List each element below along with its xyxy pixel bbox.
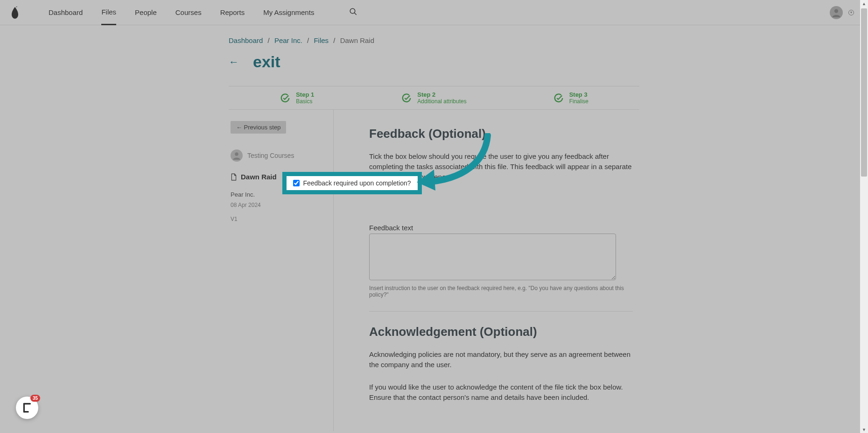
top-nav: Dashboard Files People Courses Reports M… bbox=[0, 0, 868, 25]
breadcrumb-files[interactable]: Files bbox=[314, 36, 329, 44]
brand-logo-icon bbox=[9, 6, 21, 19]
chevron-down-icon: ▾ bbox=[848, 10, 854, 15]
feedback-required-checkbox[interactable] bbox=[293, 180, 300, 186]
file-icon bbox=[231, 173, 237, 181]
breadcrumb-current: Dawn Raid bbox=[340, 36, 374, 44]
title-row: ← exit bbox=[229, 53, 639, 71]
check-circle-icon bbox=[553, 93, 564, 103]
step-2-title: Step 2 bbox=[417, 91, 466, 98]
step-wizard: Step 1 Basics Step 2 Additional attribut… bbox=[229, 86, 639, 110]
svg-point-2 bbox=[834, 9, 838, 13]
ack-paragraph-2: If you would like the user to acknowledg… bbox=[369, 382, 633, 403]
feedback-heading: Feedback (Optional) bbox=[369, 127, 633, 141]
scroll-up-icon[interactable]: ▲ bbox=[861, 1, 867, 6]
step-3[interactable]: Step 3 Finalise bbox=[503, 86, 639, 109]
scrollbar[interactable]: ▲ ▼ bbox=[860, 0, 868, 433]
svg-point-3 bbox=[235, 152, 238, 156]
feedback-helper-text: Insert instruction to the user on the fe… bbox=[369, 285, 633, 298]
help-widget-button[interactable]: 35 bbox=[16, 397, 38, 419]
ack-paragraph-1: Acknowledging policies are not mandatory… bbox=[369, 349, 633, 370]
feedback-textarea[interactable] bbox=[369, 234, 616, 280]
feedback-required-label[interactable]: Feedback required upon completion? bbox=[303, 179, 411, 187]
feedback-checkbox-highlight: Feedback required upon completion? bbox=[282, 172, 422, 194]
step-3-sub: Finalise bbox=[569, 98, 588, 105]
breadcrumb-company[interactable]: Pear Inc. bbox=[274, 36, 302, 44]
step-2[interactable]: Step 2 Additional attributes bbox=[365, 86, 502, 109]
author-name: Testing Courses bbox=[247, 152, 294, 159]
check-circle-icon bbox=[280, 93, 290, 103]
scrollbar-thumb[interactable] bbox=[861, 8, 867, 177]
file-name: Dawn Raid bbox=[241, 173, 277, 181]
svg-line-1 bbox=[355, 13, 357, 15]
left-sidebar: ← Previous step Testing Courses Dawn Rai… bbox=[229, 110, 334, 431]
file-date: 08 Apr 2024 bbox=[231, 202, 328, 208]
breadcrumb-dashboard[interactable]: Dashboard bbox=[229, 36, 263, 44]
user-menu[interactable]: ▾ bbox=[830, 6, 859, 19]
widget-count-badge: 35 bbox=[30, 395, 40, 402]
nav-my-assignments[interactable]: My Assignments bbox=[263, 0, 314, 24]
step-1-sub: Basics bbox=[296, 98, 314, 105]
feedback-text-label: Feedback text bbox=[369, 224, 633, 232]
page-title: exit bbox=[253, 53, 280, 71]
author-row: Testing Courses bbox=[231, 149, 328, 162]
user-avatar-icon bbox=[830, 6, 843, 19]
search-icon[interactable] bbox=[349, 7, 357, 18]
widget-icon bbox=[21, 402, 33, 414]
nav-reports[interactable]: Reports bbox=[220, 0, 245, 24]
nav-courses[interactable]: Courses bbox=[175, 0, 202, 24]
author-avatar-icon bbox=[231, 149, 243, 162]
step-1-title: Step 1 bbox=[296, 91, 314, 98]
feedback-checkbox-container[interactable]: Feedback required upon completion? bbox=[282, 172, 422, 194]
content: Dashboard / Pear Inc. / Files / Dawn Rai… bbox=[229, 25, 639, 431]
step-2-sub: Additional attributes bbox=[417, 98, 466, 105]
nav-dashboard[interactable]: Dashboard bbox=[49, 0, 83, 24]
step-3-title: Step 3 bbox=[569, 91, 588, 98]
previous-step-button[interactable]: ← Previous step bbox=[231, 121, 286, 134]
right-content: Feedback (Optional) Tick the box below s… bbox=[334, 110, 639, 431]
ack-heading: Acknowledgement (Optional) bbox=[369, 325, 633, 339]
nav-people[interactable]: People bbox=[135, 0, 157, 24]
step-1[interactable]: Step 1 Basics bbox=[229, 86, 365, 109]
file-version: V1 bbox=[231, 216, 328, 222]
section-divider bbox=[369, 311, 633, 312]
scroll-down-icon[interactable]: ▼ bbox=[861, 427, 867, 432]
nav-items: Dashboard Files People Courses Reports M… bbox=[49, 0, 357, 25]
nav-files[interactable]: Files bbox=[101, 0, 116, 25]
check-circle-icon bbox=[401, 93, 412, 103]
back-arrow-icon[interactable]: ← bbox=[229, 56, 239, 68]
breadcrumb: Dashboard / Pear Inc. / Files / Dawn Rai… bbox=[229, 36, 639, 44]
svg-point-0 bbox=[350, 8, 356, 14]
main-two-col: ← Previous step Testing Courses Dawn Rai… bbox=[229, 110, 639, 431]
